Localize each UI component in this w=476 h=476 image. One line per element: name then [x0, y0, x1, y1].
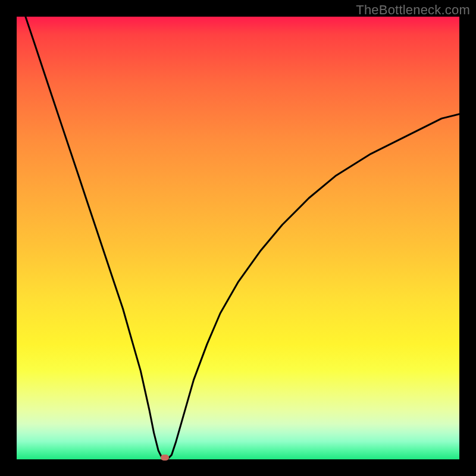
bottleneck-curve — [17, 17, 459, 459]
watermark-label: TheBottleneck.com — [356, 2, 470, 18]
optimal-point-marker — [161, 455, 169, 461]
chart-frame: TheBottleneck.com — [0, 0, 476, 476]
plot-area — [17, 17, 459, 459]
